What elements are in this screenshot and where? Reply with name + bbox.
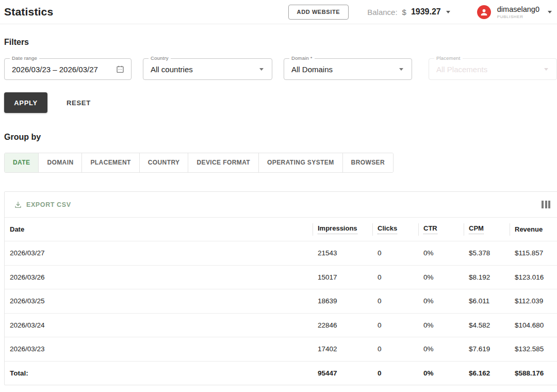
group-by-tabs: DATEDOMAINPLACEMENTCOUNTRYDEVICE FORMATO…: [4, 153, 394, 173]
chevron-down-icon: [259, 68, 264, 71]
balance-widget[interactable]: Balance: $ 1939.27: [367, 7, 450, 17]
cell-cpm: $6.011: [464, 297, 510, 305]
top-bar: Statistics ADD WEBSITE Balance: $ 1939.2…: [0, 0, 557, 24]
cell-ctr: 0%: [418, 249, 464, 257]
balance-amount: 1939.27: [411, 7, 441, 17]
user-info: dimaselang0 PUBLISHER: [497, 5, 539, 19]
user-role-badge: PUBLISHER: [497, 14, 539, 19]
statistics-table-card: EXPORT CSV DateImpressionsClicksCTRCPMRe…: [4, 191, 557, 385]
avatar[interactable]: [477, 5, 491, 19]
country-label: Country: [149, 55, 171, 61]
cell-ctr: 0%: [418, 345, 464, 353]
tab-device-format[interactable]: DEVICE FORMAT: [188, 153, 258, 172]
chevron-down-icon: [399, 68, 403, 71]
chevron-down-icon[interactable]: [446, 11, 450, 13]
column-header-revenue: Revenue: [510, 225, 557, 233]
filter-actions: APPLY RESET: [4, 92, 557, 113]
currency-symbol: $: [402, 8, 406, 17]
cell-clicks: 0: [372, 321, 418, 329]
date-range-label: Date range: [10, 55, 39, 61]
cell-ctr: 0%: [418, 273, 464, 281]
table-body: 2026/03/272154300%$5.378$115.8572026/03/…: [5, 241, 557, 385]
domain-label: Domain *: [289, 55, 315, 61]
user-menu[interactable]: dimaselang0 PUBLISHER: [477, 5, 552, 19]
cell-revenue: $112.039: [510, 297, 557, 305]
cell-revenue: $123.016: [510, 273, 557, 281]
cell-revenue: $115.857: [510, 249, 557, 257]
table-row: 2026/03/242284600%$4.582$104.680: [5, 313, 557, 337]
columns-icon[interactable]: [542, 201, 550, 208]
tab-placement[interactable]: PLACEMENT: [81, 153, 139, 172]
cell-clicks: 0: [372, 297, 418, 305]
cell-cpm: $5.378: [464, 249, 510, 257]
balance-label: Balance:: [367, 8, 397, 17]
table-row: 2026/03/261501700%$8.192$123.016: [5, 265, 557, 289]
domain-select[interactable]: Domain * All Domains: [284, 58, 412, 80]
cell-clicks: 0: [372, 369, 418, 377]
cell-date: 2026/03/24: [5, 321, 313, 329]
cell-impressions: 15017: [313, 273, 372, 281]
country-select[interactable]: Country All countries: [143, 58, 272, 80]
tab-browser[interactable]: BROWSER: [342, 153, 393, 172]
date-range-field[interactable]: Date range 2026/03/23 – 2026/03/27: [4, 58, 132, 80]
filters-row: Date range 2026/03/23 – 2026/03/27 Count…: [4, 58, 557, 80]
cell-clicks: 0: [372, 345, 418, 353]
cell-ctr: 0%: [418, 297, 464, 305]
cell-cpm: $6.162: [464, 369, 510, 377]
table-row: 2026/03/272154300%$5.378$115.857: [5, 241, 557, 265]
user-name: dimaselang0: [497, 5, 539, 13]
tab-domain[interactable]: DOMAIN: [38, 153, 81, 172]
cell-revenue: $104.680: [510, 321, 557, 329]
table-header-row: DateImpressionsClicksCTRCPMRevenue: [5, 218, 557, 241]
tab-operating-system[interactable]: OPERATING SYSTEM: [258, 153, 342, 172]
placement-value: All Placements: [436, 65, 487, 74]
apply-button[interactable]: APPLY: [4, 92, 47, 113]
placement-label: Placement: [434, 55, 463, 61]
table-toolbar: EXPORT CSV: [5, 192, 557, 218]
person-icon: [480, 8, 488, 17]
tab-country[interactable]: COUNTRY: [139, 153, 188, 172]
table-row: 2026/03/231740200%$7.619$132.585: [5, 337, 557, 361]
date-range-value: 2026/03/23 – 2026/03/27: [12, 65, 98, 74]
column-header-impressions[interactable]: Impressions: [313, 224, 372, 234]
tab-date[interactable]: DATE: [5, 153, 38, 172]
export-csv-button[interactable]: EXPORT CSV: [14, 201, 71, 209]
column-header-cpm[interactable]: CPM: [464, 224, 510, 234]
cell-impressions: 22846: [313, 321, 372, 329]
country-value: All countries: [151, 65, 193, 74]
cell-ctr: 0%: [418, 321, 464, 329]
cell-clicks: 0: [372, 273, 418, 281]
domain-value: All Domains: [291, 65, 333, 74]
cell-date: 2026/03/25: [5, 297, 313, 305]
cell-ctr: 0%: [418, 369, 464, 377]
placement-select-disabled: Placement All Placements: [429, 58, 557, 80]
column-header-clicks[interactable]: Clicks: [372, 224, 418, 234]
cell-date: Total:: [5, 369, 313, 377]
chevron-down-icon[interactable]: [548, 11, 552, 13]
column-header-ctr[interactable]: CTR: [418, 224, 464, 234]
export-csv-label: EXPORT CSV: [26, 201, 71, 208]
cell-revenue: $588.176: [510, 369, 557, 377]
cell-impressions: 21543: [313, 249, 372, 257]
filters-heading: Filters: [4, 38, 557, 47]
cell-date: 2026/03/23: [5, 345, 313, 353]
column-header-date: Date: [5, 225, 313, 233]
cell-cpm: $8.192: [464, 273, 510, 281]
download-icon: [14, 201, 22, 209]
add-website-button[interactable]: ADD WEBSITE: [288, 5, 349, 20]
cell-date: 2026/03/26: [5, 273, 313, 281]
table-total-row: Total:9544700%$6.162$588.176: [5, 361, 557, 385]
cell-cpm: $4.582: [464, 321, 510, 329]
cell-date: 2026/03/27: [5, 249, 313, 257]
group-by-heading: Group by: [4, 133, 557, 142]
cell-revenue: $132.585: [510, 345, 557, 353]
reset-button[interactable]: RESET: [67, 99, 91, 107]
cell-clicks: 0: [372, 249, 418, 257]
cell-impressions: 18639: [313, 297, 372, 305]
cell-impressions: 17402: [313, 345, 372, 353]
page-title: Statistics: [4, 6, 53, 18]
table-row: 2026/03/251863900%$6.011$112.039: [5, 289, 557, 313]
cell-cpm: $7.619: [464, 345, 510, 353]
calendar-icon[interactable]: [116, 64, 125, 74]
cell-impressions: 95447: [313, 369, 372, 377]
